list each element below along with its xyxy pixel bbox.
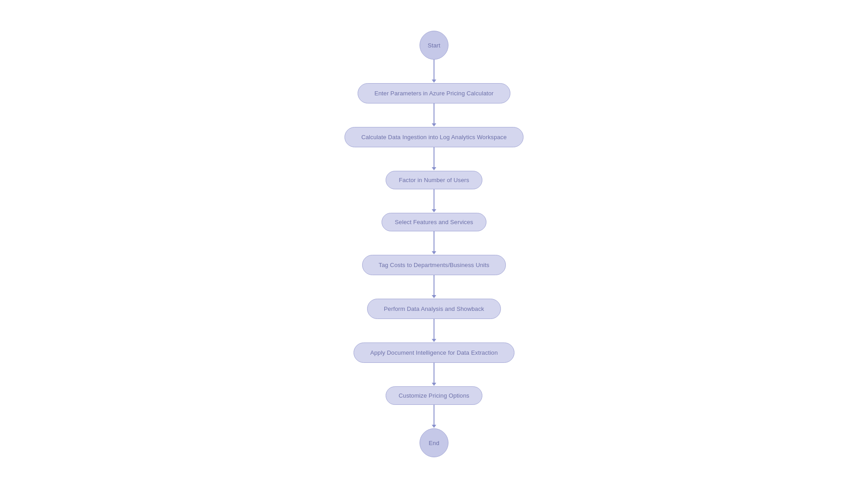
- arrow-5: [432, 295, 436, 298]
- connector-0: [432, 60, 436, 83]
- step3-label: Factor in Number of Users: [399, 177, 469, 183]
- node-step8: Customize Pricing Options: [386, 386, 482, 405]
- step7-label: Apply Document Intelligence for Data Ext…: [370, 349, 498, 356]
- connector-7: [432, 363, 436, 386]
- connector-3: [432, 189, 436, 213]
- node-step2: Calculate Data Ingestion into Log Analyt…: [344, 127, 524, 147]
- node-step4: Select Features and Services: [382, 213, 486, 231]
- connector-6: [432, 319, 436, 343]
- arrow-4: [432, 251, 436, 254]
- step5-label: Tag Costs to Departments/Business Units: [379, 262, 490, 268]
- line-3: [434, 189, 434, 209]
- line-2: [434, 147, 434, 167]
- line-6: [434, 319, 434, 339]
- line-5: [434, 275, 434, 295]
- line-8: [434, 405, 434, 425]
- step6-label: Perform Data Analysis and Showback: [384, 305, 484, 312]
- step1-label: Enter Parameters in Azure Pricing Calcul…: [374, 90, 494, 97]
- node-start: Start: [420, 31, 448, 60]
- arrow-6: [432, 339, 436, 342]
- node-step5: Tag Costs to Departments/Business Units: [362, 255, 506, 275]
- flowchart: Start Enter Parameters in Azure Pricing …: [344, 31, 524, 457]
- line-0: [434, 60, 434, 80]
- connector-8: [432, 405, 436, 428]
- node-step3: Factor in Number of Users: [386, 171, 482, 189]
- arrow-8: [432, 425, 436, 428]
- start-label: Start: [428, 42, 440, 49]
- arrow-7: [432, 383, 436, 386]
- arrow-2: [432, 167, 436, 170]
- node-step6: Perform Data Analysis and Showback: [367, 299, 501, 319]
- node-end: End: [420, 428, 448, 457]
- step2-label: Calculate Data Ingestion into Log Analyt…: [361, 134, 507, 141]
- arrow-3: [432, 209, 436, 212]
- arrow-0: [432, 80, 436, 83]
- end-label: End: [429, 440, 439, 446]
- arrow-1: [432, 123, 436, 127]
- step4-label: Select Features and Services: [395, 219, 473, 225]
- node-step7: Apply Document Intelligence for Data Ext…: [354, 343, 514, 363]
- line-1: [434, 103, 434, 123]
- connector-1: [432, 103, 436, 127]
- connector-4: [432, 231, 436, 255]
- line-4: [434, 231, 434, 251]
- step8-label: Customize Pricing Options: [399, 392, 469, 399]
- connector-2: [432, 147, 436, 171]
- node-step1: Enter Parameters in Azure Pricing Calcul…: [358, 83, 510, 103]
- line-7: [434, 363, 434, 383]
- connector-5: [432, 275, 436, 299]
